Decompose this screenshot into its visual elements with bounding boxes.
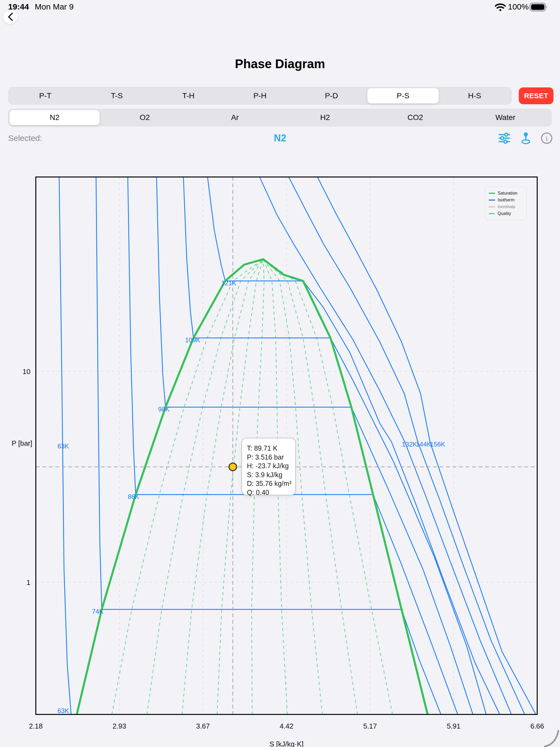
isenthalp-swatch-icon [489, 206, 495, 207]
tooltip-pressure: P: 3.516 bar [247, 453, 290, 462]
phase-diagram-screen: 19:44 Mon Mar 9 100% Phase Diagram P-T T… [0, 0, 560, 747]
isotherm-label: 156K [430, 441, 445, 448]
legend-item-saturation[interactable]: Saturation [489, 190, 523, 197]
legend-label: Saturation [498, 191, 517, 196]
x-tick-label: 2.93 [113, 722, 127, 730]
tooltip-density: D: 35.76 kg/m³ [247, 479, 290, 488]
tooltip-entropy: S: 3.9 kJ/kg [247, 470, 290, 479]
x-tick-label: 3.67 [196, 722, 210, 730]
tooltip-temperature: T: 89.71 K [247, 444, 290, 453]
point-tooltip: T: 89.71 K P: 3.516 bar H: -23.7 kJ/kg S… [241, 438, 296, 495]
legend-item-isotherm[interactable]: Isotherm [489, 197, 523, 203]
legend-label: Isotherm [498, 198, 514, 203]
isotherm-label: 63K [57, 707, 69, 715]
tooltip-quality: Q: 0.40 [247, 488, 290, 497]
y-axis-title: P [bar] [12, 439, 32, 447]
isotherm-label: 86K [128, 493, 139, 500]
isotherm-swatch-icon [489, 200, 495, 201]
y-tick-label: 10 [23, 367, 30, 376]
selected-point-marker[interactable] [229, 463, 237, 471]
x-axis-title: S [kJ/kg·K] [269, 740, 303, 747]
y-tick-label: 1 [27, 578, 30, 587]
x-tick-label: 2.18 [29, 722, 43, 730]
legend-label: Quality [498, 211, 511, 216]
corner-swipe-indicator [545, 731, 558, 746]
x-tick-label: 5.17 [363, 722, 377, 730]
chart-legend: Saturation Isotherm Isenthalp Quality [485, 187, 526, 220]
isotherm-label: 132K [402, 441, 417, 448]
isotherm-label: 74K [92, 608, 104, 615]
isotherm-label: 144K [416, 441, 431, 448]
legend-item-quality[interactable]: Quality [489, 210, 523, 217]
quality-swatch-icon [489, 213, 495, 214]
ps-diagram-chart[interactable]: 63K63K74K86K98K109K121K132K144K156K2.182… [0, 0, 560, 747]
isotherm-label: 121K [221, 279, 236, 287]
tooltip-enthalpy: H: -23.7 kJ/kg [247, 461, 290, 470]
x-tick-label: 4.42 [280, 722, 294, 730]
x-tick-label: 5.91 [447, 722, 461, 730]
isotherm-label: 98K [158, 406, 170, 413]
quality-line [112, 259, 263, 715]
x-tick-label: 6.66 [530, 722, 544, 730]
isotherm-label: 109K [185, 336, 200, 344]
legend-label: Isenthalp [498, 204, 515, 209]
legend-item-isenthalp[interactable]: Isenthalp [489, 203, 523, 210]
isotherm-label: 63K [57, 442, 69, 450]
saturation-swatch-icon [489, 193, 495, 194]
